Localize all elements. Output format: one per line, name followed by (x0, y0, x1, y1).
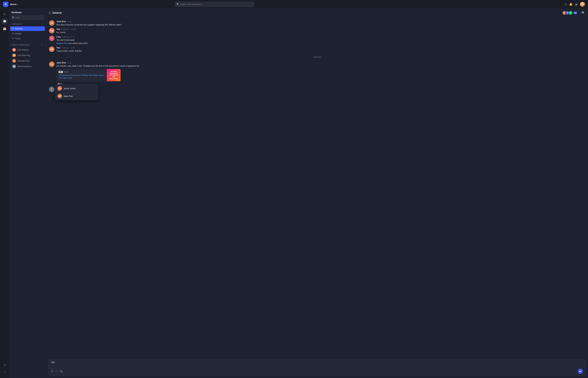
filter-box[interactable]: 🔍 (11, 15, 44, 20)
bell-icon[interactable]: 🔔 (569, 3, 573, 6)
icon-bar: ⊞ 💬 📅 ⚙ ? (0, 9, 9, 378)
dev-icon: DEV (59, 71, 63, 73)
search-icon: 🔍 (177, 3, 179, 5)
messages-area: JD Jane Doe 12:42 Hey does anyone contac… (46, 17, 588, 357)
message-time: Yesterday · 17:439 (61, 28, 75, 30)
link-preview-source: DEV dev.to (59, 71, 105, 73)
dm-item-claudia[interactable]: CC Claudia Cain (10, 58, 45, 64)
member-count-badge: +6 (573, 12, 577, 14)
dm-item-steve[interactable]: SA Steve Andrews (10, 64, 45, 69)
message-text: Yes did it last week@Jane Doe you need m… (56, 39, 585, 45)
message-content: Jane Doe 12:42 Hey does anyone contacted… (56, 20, 585, 26)
input-wrapper: @ja @ ☺ 📎 ▶ (46, 357, 588, 378)
avatar: JD (49, 61, 54, 67)
channel-hash-icon: # (49, 11, 51, 15)
chat-header: # General A B C +6 🔍 (46, 9, 588, 17)
inbox-icon[interactable]: ⊡ (564, 3, 567, 6)
sidebar-title: Desktops (9, 9, 46, 15)
message-time: 12:42 (67, 21, 71, 23)
chat-area: # General A B C +6 🔍 JD Jane Doe (46, 9, 588, 378)
filter-input[interactable] (16, 16, 43, 19)
link-preview[interactable]: DEV dev.to 11 Awesome Resources To Bring… (56, 69, 121, 81)
dm-avatar-lisa: LS (12, 48, 16, 52)
nav-settings[interactable]: ⚙ (1, 362, 8, 368)
topbar: N Norse ▾ 🔍 ⊡ 🔔 ▣ JD (0, 0, 588, 9)
chat-header-right: A B C +6 🔍 (562, 11, 585, 15)
chat-channel-name: General (52, 12, 62, 14)
channels-section-header[interactable]: ▾ CHANNELS + (9, 22, 46, 26)
autocomplete-avatar: JJ (57, 86, 62, 91)
message-author: You (56, 46, 60, 49)
message-text: Hey does anyone contacted our supplier r… (56, 23, 585, 26)
add-dm-icon[interactable]: + (41, 43, 44, 46)
member-avatars: A B C +6 (562, 11, 577, 15)
hash-icon: # (12, 37, 14, 40)
autocomplete-item-jane[interactable]: JD Jane Doe (55, 92, 98, 100)
message-author: Lisa (56, 36, 61, 38)
reaction-row: 🙈 2 (56, 82, 585, 85)
dm-name-lisa: Lisa Stanley (17, 49, 29, 51)
message-content: You Yesterday · 17:439 No, sorry! (56, 28, 585, 34)
online-indicator-icon (61, 97, 62, 98)
attach-icon[interactable]: 📎 (60, 370, 63, 373)
layout-icon[interactable]: ▣ (575, 3, 578, 6)
nav-messages[interactable]: 💬 (1, 18, 8, 25)
header-search-icon[interactable]: 🔍 (582, 11, 585, 14)
link-preview-domain: dev.to (64, 71, 69, 73)
message-time: 12:42 (67, 62, 71, 64)
message-time: Yesterday ·17:47 (62, 36, 74, 38)
at-mention-icon[interactable]: @ (51, 370, 53, 373)
message-content: You Yesterday · 18:48 I have what I need… (56, 46, 585, 53)
autocomplete-name: Jane Doe (64, 95, 73, 97)
avatar: YO (49, 28, 54, 33)
channel-item-design[interactable]: # Design (10, 31, 45, 36)
message-text: I have what I need, thanks! (56, 49, 585, 53)
chevron-down-icon: ▾ (18, 3, 18, 5)
collapse-icon: ▾ (10, 23, 11, 25)
channel-name: General (15, 27, 23, 30)
dm-section-header[interactable]: ▾ DIRECT MESSAGES + (9, 43, 46, 47)
date-divider-label: Yesterday (313, 56, 321, 58)
app-logo: N (3, 2, 8, 7)
search-input[interactable] (180, 3, 252, 5)
message-time: Yesterday · 18:48 (61, 47, 74, 49)
send-button[interactable]: ▶ (578, 369, 583, 374)
add-channel-icon[interactable]: + (41, 23, 44, 26)
autocomplete-popup: JJ Jacob Jones JD Jane Doe (55, 84, 98, 100)
message-input[interactable]: @ja (51, 361, 583, 366)
autocomplete-item-jacob[interactable]: JJ Jacob Jones (55, 85, 98, 92)
nav-calendar[interactable]: 📅 (1, 26, 8, 32)
workspace-name: Norse (10, 3, 17, 5)
dm-item-carl[interactable]: CM Carl Manning (10, 53, 45, 58)
nav-help[interactable]: ? (1, 369, 8, 376)
user-avatar[interactable]: JD (580, 2, 585, 7)
dm-name-steve: Steve Andrews (17, 65, 32, 68)
nav-desktops[interactable]: ⊞ (1, 11, 8, 17)
autocomplete-avatar: JD (57, 94, 62, 98)
dm-avatar-steve: SA (12, 65, 16, 68)
link-preview-image: VESOME RESOURCEYOUR REACT APPNEXT LEVEL (107, 69, 120, 81)
link-preview-content: DEV dev.to 11 Awesome Resources To Bring… (56, 69, 107, 81)
workspace-selector[interactable]: Norse ▾ (10, 3, 18, 5)
dm-label: DIRECT MESSAGES (12, 44, 30, 46)
message-content: Lisa Yesterday ·17:47 Yes did it last we… (56, 36, 585, 45)
message-row: JD Jane Doe 12:42 Hey does anyone contac… (49, 20, 585, 27)
channel-item-general[interactable]: # General (10, 26, 45, 31)
channel-item-travel[interactable]: # Travel (10, 36, 45, 41)
member-avatar-3: C (568, 11, 573, 15)
avatar: YO (49, 46, 54, 52)
dm-name-claudia: Claudia Cain (17, 60, 30, 62)
channel-name: Travel (15, 37, 21, 40)
message-row: JD Jane Doe 12:42 Ok, thanks, yes, wait … (49, 61, 585, 86)
sidebar: Desktops 🔍 ▾ CHANNELS + # General # Desi… (9, 9, 46, 378)
message-row-with-autocomplete: ? JJ Jacob Jones JD (49, 86, 585, 93)
autocomplete-name: Jacob Jones (64, 87, 76, 90)
dm-name-carl: Carl Manning (17, 54, 30, 56)
search-bar[interactable]: 🔍 (174, 1, 254, 7)
collapse-icon: ▾ (10, 44, 11, 46)
dm-item-lisa[interactable]: LS Lisa Stanley (10, 47, 45, 53)
main-layout: ⊞ 💬 📅 ⚙ ? Desktops 🔍 ▾ CHANNELS + # Gene… (0, 9, 588, 378)
emoji-icon[interactable]: ☺ (55, 370, 58, 373)
channels-label: CHANNELS (12, 23, 22, 25)
message-row: YO You Yesterday · 17:439 No, sorry! (49, 27, 585, 35)
